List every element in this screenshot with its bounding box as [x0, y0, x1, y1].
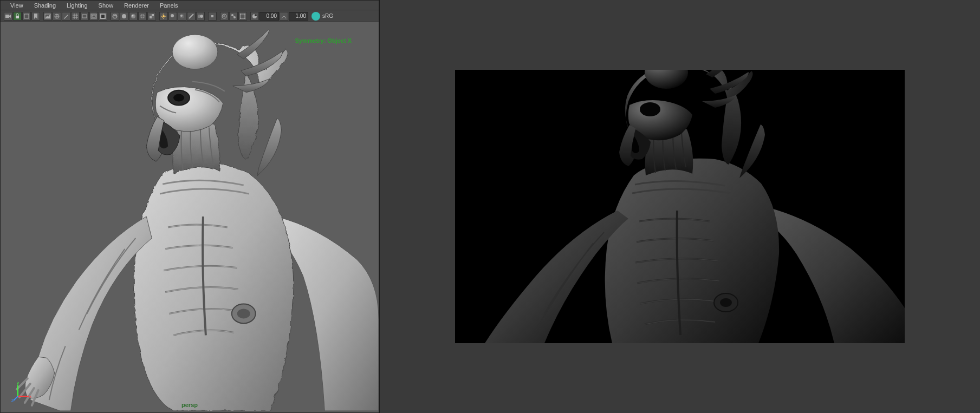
3d-viewport[interactable]: Symmetry: Object X [1, 22, 379, 412]
2d-pan-zoom-icon[interactable] [53, 12, 61, 21]
render-model [455, 70, 905, 343]
svg-text:z: z [11, 398, 14, 402]
xray-components-icon[interactable] [238, 12, 247, 21]
svg-line-49 [14, 396, 18, 401]
svg-rect-2 [16, 16, 19, 18]
svg-point-16 [122, 14, 126, 18]
smooth-shade-icon[interactable] [120, 12, 128, 21]
lock-camera-icon[interactable] [13, 12, 22, 21]
svg-text:y: y [17, 381, 19, 385]
menu-renderer[interactable]: Renderer [119, 2, 154, 9]
wireframe-icon[interactable] [111, 12, 119, 21]
svg-point-24 [171, 14, 174, 17]
isolate-select-icon[interactable] [208, 12, 217, 21]
svg-point-44 [172, 35, 218, 69]
exposure-icon[interactable] [250, 12, 259, 21]
svg-rect-29 [211, 15, 213, 17]
svg-rect-36 [241, 14, 245, 18]
bookmark-icon[interactable] [31, 12, 40, 21]
menu-lighting[interactable]: Lighting [61, 2, 93, 9]
wireframe-on-shaded-icon[interactable] [138, 12, 147, 21]
svg-rect-9 [82, 15, 87, 18]
svg-rect-21 [150, 14, 152, 16]
svg-point-55 [720, 298, 732, 307]
gamma-icon[interactable] [280, 12, 288, 21]
camera-attributes-icon[interactable] [22, 12, 31, 21]
svg-rect-0 [5, 15, 9, 18]
svg-rect-3 [24, 14, 29, 18]
anti-alias-icon[interactable] [187, 12, 196, 21]
svg-point-15 [113, 15, 117, 17]
shadows-icon[interactable] [168, 12, 177, 21]
resolution-gate-icon[interactable] [89, 12, 98, 21]
motion-blur-icon[interactable] [196, 12, 205, 21]
svg-point-37 [240, 14, 241, 15]
svg-marker-5 [46, 15, 50, 18]
svg-marker-1 [9, 15, 11, 18]
svg-point-25 [172, 17, 175, 18]
grease-pencil-icon[interactable] [62, 12, 70, 21]
svg-point-40 [244, 18, 245, 19]
viewport-panel: View Shading Lighting Show Renderer Pane… [0, 0, 379, 413]
svg-point-38 [244, 14, 245, 15]
viewport-menu-bar: View Shading Lighting Show Renderer Pane… [1, 1, 379, 10]
color-space-label: sRG [321, 13, 335, 19]
menu-panels[interactable]: Panels [154, 2, 184, 9]
svg-point-43 [237, 309, 250, 318]
film-gate-icon[interactable] [80, 12, 89, 21]
exposure-value[interactable]: 0.00 [259, 12, 279, 21]
svg-text:x: x [29, 394, 31, 399]
svg-point-32 [223, 15, 225, 17]
svg-rect-11 [92, 15, 95, 17]
svg-point-28 [200, 15, 203, 18]
svg-rect-22 [152, 16, 154, 18]
use-all-lights-icon[interactable] [159, 12, 168, 21]
menu-shading[interactable]: Shading [29, 2, 61, 9]
gamma-value[interactable]: 1.00 [289, 12, 308, 21]
axis-gizmo[interactable]: y x z [11, 380, 33, 402]
svg-point-39 [240, 18, 241, 19]
color-management-icon[interactable] [311, 12, 320, 21]
textured-icon[interactable] [147, 12, 156, 21]
select-camera-icon[interactable] [4, 12, 12, 21]
camera-name: persp [181, 402, 198, 408]
menu-view[interactable]: View [5, 2, 29, 9]
image-plane-icon[interactable] [43, 12, 52, 21]
gate-mask-icon[interactable] [99, 12, 107, 21]
render-panel [379, 0, 980, 413]
viewport-model [1, 22, 379, 411]
render-view[interactable] [455, 70, 905, 343]
svg-point-18 [132, 15, 134, 16]
svg-point-46 [173, 94, 184, 102]
svg-rect-13 [101, 15, 105, 18]
svg-point-14 [113, 14, 117, 18]
svg-point-23 [163, 15, 165, 17]
xray-icon[interactable] [220, 12, 229, 21]
svg-point-27 [180, 15, 183, 17]
viewport-toolbar: 0.00 1.00 sRG [1, 10, 379, 22]
ao-icon[interactable] [178, 12, 186, 21]
menu-show[interactable]: Show [93, 2, 119, 9]
svg-point-57 [640, 102, 660, 116]
use-default-material-icon[interactable] [129, 12, 138, 21]
grid-icon[interactable] [71, 12, 80, 21]
svg-line-35 [232, 15, 235, 17]
xray-joints-icon[interactable] [229, 12, 238, 21]
